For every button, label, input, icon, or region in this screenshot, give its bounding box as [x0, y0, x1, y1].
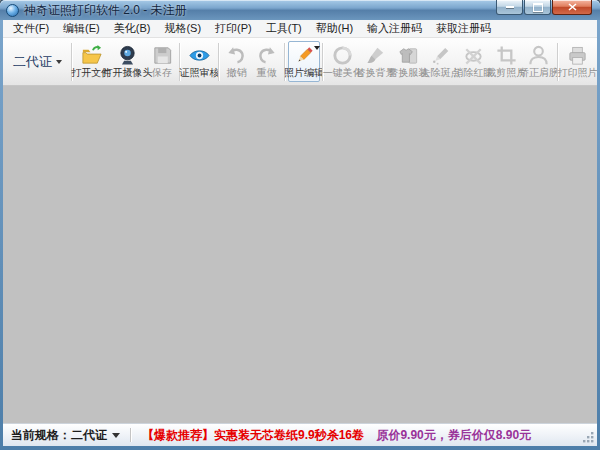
toolbar-button-photo-review[interactable]: 证照审核 [183, 41, 216, 82]
canvas-workspace [3, 86, 597, 423]
spec-dropdown-label: 二代证 [13, 53, 52, 71]
promo-detail-text: 原价9.90元，券后价仅8.90元 [376, 428, 531, 442]
open-file-icon [80, 44, 103, 67]
current-spec-dropdown[interactable]: 当前规格：二代证 [11, 427, 120, 444]
app-window: 神奇证照打印软件 2.0 - 未注册 文件(F) 编辑(E) 美化(B) 规格(… [0, 0, 600, 450]
clothes-icon [397, 44, 420, 67]
menu-item-help[interactable]: 帮助(H) [309, 20, 360, 37]
menu-item-enter-regcode[interactable]: 输入注册码 [360, 20, 429, 37]
red-eye-icon [462, 44, 485, 67]
menu-item-beautify[interactable]: 美化(B) [107, 20, 158, 37]
toolbar-button-open-camera[interactable]: 打开摄像头 [108, 41, 147, 82]
toolbar-button-correct-shoulders[interactable]: 矫正肩膀 [523, 41, 556, 82]
toolbar-button-replace-clothes[interactable]: 替换服装 [392, 41, 425, 82]
close-button[interactable] [552, 0, 592, 15]
resize-grip[interactable] [582, 431, 595, 444]
toolbar-button-undo[interactable]: 撤销 [222, 41, 252, 82]
crop-icon [495, 44, 518, 67]
toolbar-button-print-photo[interactable]: 打印照片 [561, 41, 594, 82]
menu-item-print[interactable]: 打印(P) [208, 20, 259, 37]
app-logo-icon [6, 4, 19, 17]
spec-dropdown[interactable]: 二代证 [6, 53, 69, 71]
status-bar: 当前规格：二代证 【爆款推荐】实惠装无芯卷纸9.9秒杀16卷 原价9.90元，券… [3, 423, 597, 446]
camera-icon [116, 44, 139, 67]
review-eye-icon [188, 44, 211, 67]
title-bar: 神奇证照打印软件 2.0 - 未注册 [0, 0, 600, 20]
minimize-button[interactable] [496, 0, 523, 15]
menu-bar: 文件(F) 编辑(E) 美化(B) 规格(S) 打印(P) 工具(T) 帮助(H… [3, 20, 597, 38]
spot-pencil-icon [429, 44, 452, 67]
save-icon [151, 44, 174, 67]
menu-item-spec[interactable]: 规格(S) [157, 20, 208, 37]
toolbar-button-photo-edit[interactable]: 照片编辑 [288, 41, 321, 82]
status-separator [130, 428, 132, 442]
window-title: 神奇证照打印软件 2.0 - 未注册 [24, 2, 187, 19]
menu-item-edit[interactable]: 编辑(E) [56, 20, 107, 37]
toolbar-button-remove-spots[interactable]: 去除斑点 [425, 41, 458, 82]
chevron-down-icon [314, 46, 320, 50]
toolbar-button-replace-background[interactable]: 替换背景 [359, 41, 392, 82]
redo-icon [255, 44, 278, 67]
chevron-down-icon [56, 60, 62, 64]
toolbar: 二代证 打开文件 [3, 38, 597, 86]
maximize-button[interactable] [524, 0, 551, 15]
toolbar-button-crop-photo[interactable]: 裁剪照片 [490, 41, 523, 82]
promo-ad-link[interactable]: 【爆款推荐】实惠装无芯卷纸9.9秒杀16卷 原价9.90元，券后价仅8.90元 [142, 427, 531, 444]
toolbar-separator [218, 43, 220, 81]
edit-pencil-icon [293, 44, 316, 67]
menu-item-tools[interactable]: 工具(T) [259, 20, 309, 37]
toolbar-button-remove-red-eye[interactable]: 消除红眼 [457, 41, 490, 82]
menu-item-get-regcode[interactable]: 获取注册码 [429, 20, 498, 37]
close-icon [568, 3, 577, 11]
current-spec-label: 当前规格：二代证 [11, 427, 107, 444]
shoulder-icon [527, 44, 550, 67]
beautify-ring-icon [331, 44, 354, 67]
undo-icon [225, 44, 248, 67]
chevron-down-icon [112, 433, 120, 438]
background-brush-icon [364, 44, 387, 67]
menu-item-file[interactable]: 文件(F) [6, 20, 56, 37]
toolbar-button-redo[interactable]: 重做 [252, 41, 282, 82]
maximize-icon [533, 3, 543, 12]
minimize-icon [506, 6, 514, 8]
toolbar-button-save[interactable]: 保存 [147, 41, 177, 82]
promo-highlight-text: 【爆款推荐】实惠装无芯卷纸9.9秒杀16卷 [142, 428, 364, 442]
window-controls [495, 0, 592, 15]
printer-icon [566, 44, 589, 67]
toolbar-button-one-key-beautify[interactable]: 一键美化 [326, 41, 359, 82]
